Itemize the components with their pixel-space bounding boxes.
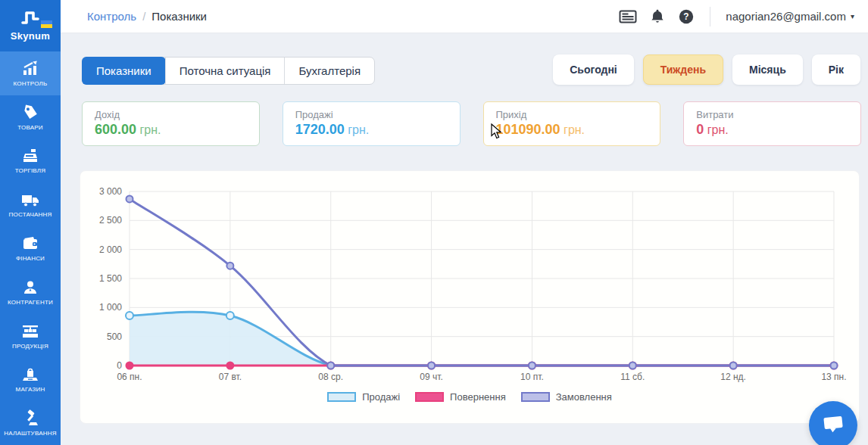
cash-register-icon bbox=[21, 147, 39, 165]
account-email: nagorian26@gmail.com bbox=[726, 10, 846, 23]
breadcrumb: Контроль / Показники bbox=[87, 10, 207, 23]
svg-text:2 000: 2 000 bbox=[99, 244, 122, 255]
sidebar-item-production[interactable]: ПРОДУКЦІЯ bbox=[0, 314, 61, 358]
sidebar-item-supply[interactable]: ПОСТАЧАННЯ bbox=[0, 182, 61, 226]
chevron-down-icon: ▾ bbox=[851, 12, 854, 20]
stat-card-label: Дохід bbox=[95, 109, 247, 120]
bell-icon[interactable] bbox=[649, 8, 666, 25]
sidebar-item-label: ТОВАРИ bbox=[17, 125, 42, 131]
stat-card-receipts: Прихід 101090.00 грн. bbox=[483, 101, 661, 146]
stat-card-value: 600.00 bbox=[95, 122, 136, 137]
svg-text:09 чт.: 09 чт. bbox=[420, 372, 442, 382]
stat-card-value: 0 bbox=[696, 122, 704, 137]
person-icon bbox=[21, 279, 39, 297]
sidebar-item-label: ПРОДУКЦІЯ bbox=[12, 344, 48, 350]
sidebar-item-trade[interactable]: ТОРГІВЛЯ bbox=[0, 139, 61, 183]
svg-text:0: 0 bbox=[117, 360, 122, 371]
sidebar-item-label: КОНТРАГЕНТИ bbox=[8, 300, 53, 306]
main-content: Показники Поточна ситуація Бухгалтерія С… bbox=[61, 33, 868, 445]
period-week-button[interactable]: Тиждень bbox=[643, 54, 723, 85]
sidebar: Skynum КОНТРОЛЬ ТОВАРИ ТОРГІВЛЯ ПОСТАЧАН… bbox=[0, 0, 61, 445]
stat-card-currency: грн. bbox=[348, 123, 369, 136]
stat-card-label: Витрати bbox=[696, 109, 848, 120]
news-icon[interactable] bbox=[619, 9, 637, 24]
period-today-button[interactable]: Сьогодні bbox=[553, 54, 634, 85]
svg-text:3 000: 3 000 bbox=[99, 186, 122, 197]
stat-card-currency: грн. bbox=[140, 123, 161, 136]
sidebar-item-label: КОНТРОЛЬ bbox=[14, 81, 48, 87]
sidebar-item-goods[interactable]: ТОВАРИ bbox=[0, 95, 61, 139]
breadcrumb-current: Показники bbox=[151, 10, 207, 23]
legend-label: Повернення bbox=[450, 391, 506, 403]
chart-panel: 05001 0001 5002 0002 5003 00006 пн.07 вт… bbox=[80, 170, 860, 424]
ukraine-flag-icon bbox=[41, 20, 52, 28]
legend-item-returns[interactable]: Повернення bbox=[415, 391, 506, 403]
topbar-divider bbox=[710, 7, 710, 26]
stat-card-currency: грн. bbox=[707, 123, 729, 136]
svg-text:2 500: 2 500 bbox=[99, 215, 122, 226]
production-icon bbox=[21, 322, 39, 341]
chart-growth-icon bbox=[21, 60, 39, 78]
stat-cards-row: Дохід 600.00 грн. Продажі 1720.00 грн. П… bbox=[82, 101, 861, 146]
period-year-button[interactable]: Рік bbox=[812, 54, 860, 85]
period-month-button[interactable]: Місяць bbox=[732, 54, 803, 85]
sidebar-item-label: ТОРГІВЛЯ bbox=[15, 168, 46, 174]
chat-button[interactable] bbox=[809, 401, 857, 445]
sidebar-item-label: МАГАЗИН bbox=[16, 387, 45, 393]
delivery-truck-icon bbox=[20, 191, 40, 209]
svg-text:?: ? bbox=[684, 11, 689, 22]
sidebar-item-label: ПОСТАЧАННЯ bbox=[9, 212, 52, 218]
tab-indicators[interactable]: Показники bbox=[82, 57, 166, 85]
tab-current-situation[interactable]: Поточна ситуація bbox=[165, 58, 285, 84]
tab-accounting[interactable]: Бухгалтерія bbox=[284, 58, 374, 84]
svg-text:12 нд.: 12 нд. bbox=[720, 372, 746, 382]
sidebar-item-label: НАЛАШТУВАННЯ bbox=[4, 431, 56, 437]
svg-text:13 пн.: 13 пн. bbox=[821, 372, 846, 382]
help-icon[interactable]: ? bbox=[678, 8, 695, 25]
sidebar-item-settings[interactable]: НАЛАШТУВАННЯ bbox=[0, 401, 61, 445]
sidebar-nav: КОНТРОЛЬ ТОВАРИ ТОРГІВЛЯ ПОСТАЧАННЯ ФІНА… bbox=[0, 51, 61, 445]
legend-swatch bbox=[521, 392, 550, 402]
stat-card-currency: грн. bbox=[564, 123, 585, 136]
chat-bubble-icon bbox=[820, 412, 846, 439]
logo[interactable]: Skynum bbox=[0, 0, 61, 51]
line-chart: 05001 0001 5002 0002 5003 00006 пн.07 вт… bbox=[80, 171, 860, 387]
tools-icon bbox=[21, 409, 39, 428]
shop-icon bbox=[21, 366, 39, 384]
sidebar-item-shop[interactable]: МАГАЗИН bbox=[0, 357, 61, 401]
sidebar-item-contractors[interactable]: КОНТРАГЕНТИ bbox=[0, 270, 61, 314]
stat-card-label: Прихід bbox=[496, 109, 648, 120]
legend-label: Замовлення bbox=[556, 391, 612, 403]
svg-text:11 сб.: 11 сб. bbox=[620, 372, 645, 382]
topbar: Контроль / Показники ? nagorian26@gmail.… bbox=[61, 0, 868, 33]
stat-card-value: 1720.00 bbox=[295, 122, 345, 137]
svg-text:1 000: 1 000 bbox=[99, 302, 122, 313]
svg-text:06 пн.: 06 пн. bbox=[117, 372, 142, 382]
sidebar-item-control[interactable]: КОНТРОЛЬ bbox=[0, 51, 61, 95]
stat-card-sales: Продажі 1720.00 грн. bbox=[283, 101, 461, 146]
stat-card-label: Продажі bbox=[295, 109, 448, 120]
svg-text:10 пт.: 10 пт. bbox=[520, 372, 544, 382]
logo-text: Skynum bbox=[11, 30, 50, 42]
breadcrumb-separator: / bbox=[142, 10, 145, 23]
legend-item-sales[interactable]: Продажі bbox=[327, 391, 400, 403]
chart-legend: Продажі Повернення Замовлення bbox=[80, 391, 859, 403]
skynum-pulse-icon bbox=[20, 16, 40, 29]
breadcrumb-parent-link[interactable]: Контроль bbox=[87, 10, 136, 23]
stat-card-expenses: Витрати 0 грн. bbox=[683, 101, 861, 146]
price-tag-icon bbox=[21, 104, 39, 122]
sidebar-item-finance[interactable]: ФІНАНСИ bbox=[0, 226, 61, 270]
wallet-icon bbox=[21, 235, 39, 253]
svg-text:07 вт.: 07 вт. bbox=[219, 372, 242, 382]
svg-text:1 500: 1 500 bbox=[99, 273, 122, 284]
svg-text:08 ср.: 08 ср. bbox=[318, 372, 343, 382]
svg-text:500: 500 bbox=[107, 331, 122, 342]
stat-card-income: Дохід 600.00 грн. bbox=[82, 101, 260, 146]
account-menu[interactable]: nagorian26@gmail.com ▾ bbox=[726, 10, 854, 23]
stat-card-value: 101090.00 bbox=[496, 122, 560, 137]
legend-swatch bbox=[327, 392, 356, 402]
legend-item-orders[interactable]: Замовлення bbox=[521, 391, 612, 403]
period-filter-group: Сьогодні Тиждень Місяць Рік bbox=[553, 54, 860, 85]
legend-swatch bbox=[415, 392, 444, 402]
sidebar-item-label: ФІНАНСИ bbox=[16, 256, 45, 262]
